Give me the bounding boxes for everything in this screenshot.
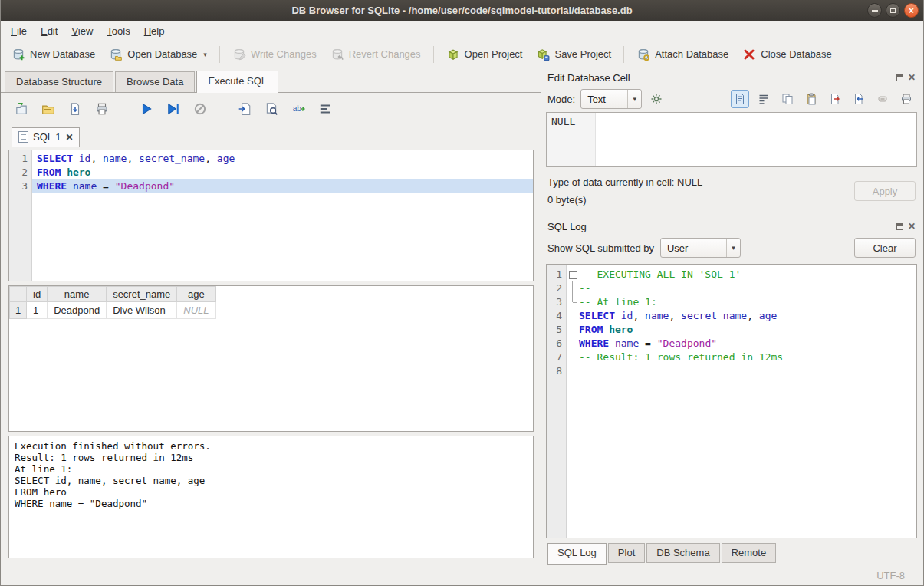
column-header-name[interactable]: name: [48, 287, 107, 302]
fold-marker-icon[interactable]: [567, 268, 579, 281]
window-title: DB Browser for SQLite - /home/user/code/…: [1, 0, 923, 21]
float-dock-icon[interactable]: [896, 223, 903, 230]
open-sql-file-icon: [41, 102, 55, 116]
replace-button[interactable]: ab: [290, 100, 307, 117]
app-window: DB Browser for SQLite - /home/user/code/…: [0, 0, 924, 586]
attach-database-button[interactable]: Attach Database: [630, 44, 735, 64]
export-results-icon: [238, 102, 252, 116]
write-changes-label: Write Changes: [251, 48, 317, 60]
menu-file[interactable]: File: [4, 21, 34, 41]
save-sql-file-button[interactable]: [67, 100, 84, 117]
toolbar-separator: [219, 46, 220, 63]
open-database-dropdown-icon[interactable]: ▾: [203, 51, 207, 58]
import-cell-button[interactable]: [850, 90, 868, 108]
cell-editor-area[interactable]: [596, 113, 916, 166]
menu-tools[interactable]: Tools: [100, 21, 136, 41]
save-project-label: Save Project: [554, 48, 611, 60]
toolbar-separator: [623, 46, 624, 63]
log-line: [567, 364, 916, 378]
import-cell-icon: [852, 92, 866, 106]
paste-button[interactable]: [802, 90, 820, 108]
row-number-cell[interactable]: 1: [10, 302, 27, 319]
column-header-age[interactable]: age: [177, 287, 215, 302]
menu-view[interactable]: View: [64, 21, 100, 41]
line-number: 2: [547, 281, 562, 295]
format-sql-button[interactable]: [317, 100, 334, 117]
clear-button[interactable]: Clear: [854, 238, 916, 258]
tab-browse-data[interactable]: Browse Data: [115, 71, 195, 92]
edit-text-icon: [733, 92, 747, 106]
execute-all-button[interactable]: [138, 100, 155, 117]
fold-end-icon: [567, 295, 579, 309]
tab-database-structure[interactable]: Database Structure: [5, 71, 113, 92]
close-icon: ×: [909, 6, 914, 15]
print-cell-button[interactable]: [897, 90, 916, 108]
close-dock-icon[interactable]: ✕: [908, 222, 916, 231]
cell-id[interactable]: 1: [27, 302, 48, 319]
column-header-secret-name[interactable]: secret_name: [107, 287, 177, 302]
save-sql-file-icon: [68, 102, 82, 116]
revert-changes-label: Revert Changes: [349, 48, 421, 60]
mode-select[interactable]: Text ▾: [580, 89, 642, 109]
execute-current-line-button[interactable]: [165, 100, 182, 117]
tab-db-schema[interactable]: DB Schema: [646, 543, 719, 563]
find-button[interactable]: [263, 100, 280, 117]
cell-info: Type of data currently in cell: NULL 0 b…: [547, 176, 854, 206]
execute-current-line-icon: [166, 102, 180, 116]
tab-plot[interactable]: Plot: [608, 543, 645, 563]
cell-age[interactable]: NULL: [177, 302, 215, 319]
maximize-button[interactable]: [886, 3, 900, 18]
tab-remote[interactable]: Remote: [722, 543, 777, 563]
log-line: -- EXECUTING ALL IN 'SQL 1': [567, 268, 916, 281]
export-cell-button[interactable]: [826, 90, 844, 108]
print-icon: [95, 102, 109, 116]
tab-execute-sql[interactable]: Execute SQL: [196, 71, 278, 93]
menu-edit[interactable]: Edit: [34, 21, 64, 41]
open-project-icon: [446, 48, 460, 61]
copy-button[interactable]: [778, 90, 797, 108]
float-dock-icon[interactable]: [896, 74, 903, 81]
sql-doc-tab[interactable]: SQL 1 ✕: [12, 127, 80, 146]
minimize-button[interactable]: [867, 3, 882, 18]
column-header-id[interactable]: id: [27, 287, 48, 302]
sql-log-view[interactable]: 1 2 3 4 5 6 7 8 -- EXECUTING ALL IN 'SQL…: [546, 264, 917, 538]
menu-help[interactable]: Help: [137, 21, 172, 41]
fold-spacer: [567, 323, 579, 337]
sql-editor[interactable]: 1 2 3 SELECT id, name, secret_name, age …: [8, 150, 534, 281]
results-corner-cell: [10, 287, 27, 302]
open-project-label: Open Project: [465, 48, 523, 60]
log-line: SELECT id, name, secret_name, age: [567, 309, 916, 323]
fold-spacer: [567, 309, 579, 323]
new-tab-button[interactable]: [13, 100, 30, 117]
edit-text-button[interactable]: [731, 90, 749, 108]
external-edit-button[interactable]: [647, 90, 666, 108]
close-dock-icon[interactable]: ✕: [908, 73, 916, 82]
submitter-select[interactable]: User ▾: [660, 238, 741, 258]
gear-icon: [649, 92, 663, 106]
save-project-button[interactable]: Save Project: [530, 44, 617, 64]
cell-name[interactable]: Deadpond: [48, 302, 107, 319]
open-database-label: Open Database: [127, 48, 197, 60]
results-grid[interactable]: id name secret_name age 1 1 Deadpond: [8, 285, 534, 432]
print-button[interactable]: [94, 100, 110, 117]
sql-code-area[interactable]: SELECT id, name, secret_name, age FROM h…: [32, 150, 533, 281]
line-number: 7: [547, 351, 562, 364]
copy-icon: [781, 92, 794, 106]
cell-editor[interactable]: NULL: [546, 112, 917, 167]
attach-database-label: Attach Database: [655, 48, 728, 60]
log-content: -- EXECUTING ALL IN 'SQL 1' -- -- At lin…: [567, 265, 916, 538]
open-sql-file-button[interactable]: [40, 100, 57, 117]
encoding-indicator: UTF-8: [876, 570, 905, 581]
open-project-button[interactable]: Open Project: [440, 44, 529, 64]
word-wrap-button[interactable]: [755, 90, 773, 108]
new-database-button[interactable]: New Database: [5, 44, 101, 64]
open-database-button[interactable]: Open Database ▾: [103, 44, 213, 64]
tab-sql-log[interactable]: SQL Log: [547, 543, 607, 565]
cell-secret-name[interactable]: Dive Wilson: [107, 302, 177, 319]
export-results-button[interactable]: [236, 100, 253, 117]
close-database-button[interactable]: Close Database: [736, 44, 838, 64]
close-tab-icon[interactable]: ✕: [65, 133, 73, 142]
write-changes-icon: [232, 48, 246, 61]
menu-bar: File Edit View Tools Help: [1, 21, 923, 41]
close-button[interactable]: ×: [904, 3, 919, 18]
